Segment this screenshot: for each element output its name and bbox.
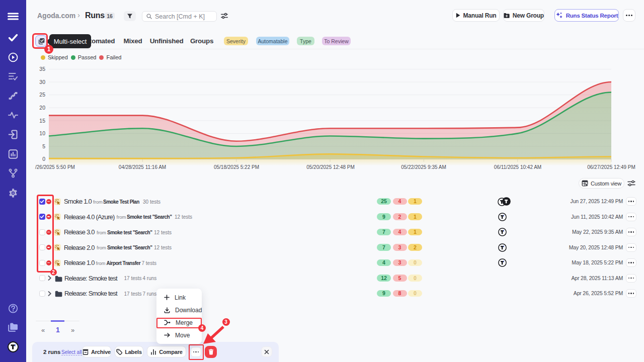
svg-text:15: 15 xyxy=(39,118,45,124)
svg-text:05/18/2025 5:22 PM: 05/18/2025 5:22 PM xyxy=(214,164,259,170)
svg-text:10: 10 xyxy=(39,130,45,136)
svg-text:04/28/2025 11:16 AM: 04/28/2025 11:16 AM xyxy=(119,164,166,170)
svg-text:25: 25 xyxy=(39,92,45,98)
svg-text:05/22/2025 9:35 AM: 05/22/2025 9:35 AM xyxy=(401,164,446,170)
svg-text:20: 20 xyxy=(39,105,45,111)
svg-text:30: 30 xyxy=(39,79,45,85)
svg-text:/26/2025 5:50 PM: /26/2025 5:50 PM xyxy=(35,164,75,170)
svg-text:5: 5 xyxy=(42,143,45,149)
svg-text:06/11/2025 10:42 AM: 06/11/2025 10:42 AM xyxy=(494,164,541,170)
svg-text:0: 0 xyxy=(42,156,45,162)
svg-text:35: 35 xyxy=(39,66,45,72)
svg-text:06/27/2025 12:49 PM: 06/27/2025 12:49 PM xyxy=(587,164,635,170)
svg-text:05/20/2025 12:48 PM: 05/20/2025 12:48 PM xyxy=(306,164,355,170)
